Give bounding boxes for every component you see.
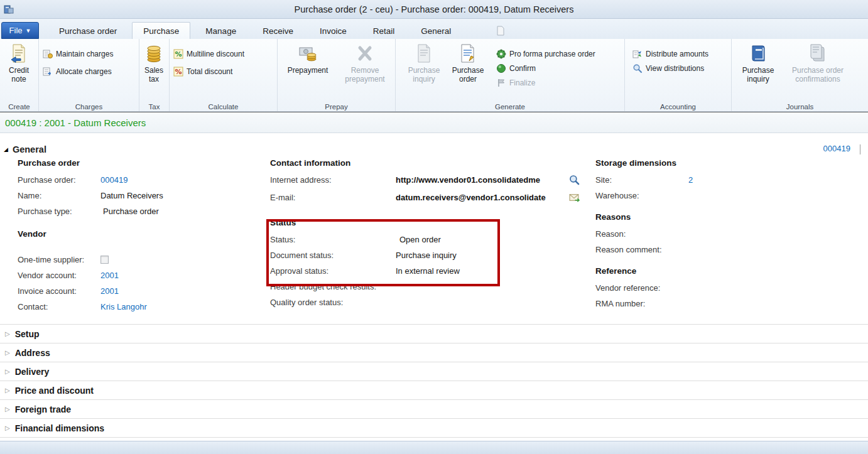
purchase-type-value[interactable]: Purchase order — [100, 207, 159, 216]
group-header-contact-information: Contact information — [270, 158, 587, 172]
open-url-icon[interactable] — [569, 175, 580, 185]
field-label: RMA number: — [595, 299, 688, 308]
collapse-arrow-icon: ◢ — [4, 146, 8, 153]
title-bar: Purchase order (2 - ceu) - Purchase orde… — [0, 0, 868, 19]
field-row: Warehouse: — [595, 188, 859, 203]
tab-retail[interactable]: Retail — [362, 22, 406, 39]
field-row: E-mail: datum.receivers@vendor1.consolid… — [270, 188, 587, 207]
fasttab-setup[interactable]: ▷ Setup — [0, 324, 868, 343]
field-label: Reason comment: — [595, 245, 688, 254]
group-label: Create — [0, 103, 38, 111]
fasttab-general-header[interactable]: ◢ General — [4, 143, 858, 156]
view-distributions-button[interactable]: View distributions — [630, 61, 711, 75]
field-row: Approval status: In external review — [270, 263, 587, 279]
field-label: Invoice account: — [18, 286, 100, 296]
confirm-button[interactable]: Confirm — [494, 61, 598, 75]
expand-arrow-icon: ▷ — [5, 368, 10, 375]
name-value: Datum Receivers — [100, 191, 163, 200]
total-discount-button[interactable]: % Total discount — [171, 64, 247, 78]
field-row: Vendor reference: — [595, 280, 859, 296]
approval-status-value: In external review — [396, 266, 569, 276]
group-header-reasons: Reasons — [595, 212, 859, 226]
quick-access-icon[interactable] — [496, 26, 505, 36]
field-label: Status: — [270, 235, 396, 244]
pane-splitter[interactable] — [860, 144, 860, 154]
field-label: One-time supplier: — [18, 255, 100, 264]
contact-link[interactable]: Kris Langohr — [100, 302, 147, 311]
tab-purchase[interactable]: Purchase — [132, 22, 190, 39]
field-row: Invoice account: 2001 — [18, 283, 256, 299]
group-label: Accounting — [625, 103, 731, 111]
sales-tax-icon — [144, 43, 164, 63]
credit-note-button[interactable]: Credit note — [1, 41, 36, 100]
ribbon-group-generate: Purchase inquiry Purchase order — [396, 39, 625, 111]
button-label: Sales tax — [141, 67, 167, 84]
purchase-inquiry-journal-button[interactable]: Purchase inquiry — [738, 41, 778, 100]
status-value: Open order — [396, 235, 569, 244]
invoice-account-link[interactable]: 2001 — [100, 286, 119, 296]
field-row: Purchase type: Purchase order — [18, 203, 256, 219]
fasttab-title: Price and discount — [15, 386, 94, 396]
button-label: Purchase order — [448, 67, 487, 84]
email-value[interactable]: datum.receivers@vendor1.consolidate — [396, 193, 569, 202]
pro-forma-purchase-order-button[interactable]: Pro forma purchase order — [494, 46, 598, 61]
sales-tax-button[interactable]: Sales tax — [141, 41, 167, 100]
total-discount-icon: % — [173, 67, 183, 77]
tab-general[interactable]: General — [410, 22, 462, 39]
fasttab-price-and-discount[interactable]: ▷ Price and discount — [0, 381, 868, 399]
field-label: Document status: — [270, 251, 396, 260]
purchase-order-link[interactable]: 000419 — [100, 175, 127, 185]
record-header-band: 000419 : 2001 - Datum Receivers — [0, 112, 868, 133]
internet-address-value[interactable]: http://www.vendor01.consolidatedme — [396, 175, 569, 185]
file-menu-button[interactable]: File ▼ — [1, 22, 39, 39]
button-label: View distributions — [646, 64, 704, 73]
one-time-supplier-checkbox[interactable] — [100, 256, 109, 264]
finalize-button: Finalize — [494, 75, 598, 90]
allocate-charges-button[interactable]: Allocate charges — [40, 64, 116, 78]
field-row: Status: Open order — [270, 232, 587, 247]
button-label: Allocate charges — [56, 67, 112, 76]
group-label: Prepay — [278, 103, 395, 111]
fasttab-financial-dimensions[interactable]: ▷ Financial dimensions — [0, 418, 868, 437]
tab-purchase-order[interactable]: Purchase order — [48, 22, 128, 39]
finalize-icon — [496, 78, 506, 88]
tab-manage[interactable]: Manage — [194, 22, 247, 39]
purchase-inquiry-journal-icon — [748, 43, 768, 63]
prepayment-button[interactable]: Prepayment — [284, 41, 332, 100]
send-email-icon[interactable] — [569, 192, 580, 203]
distribute-amounts-button[interactable]: Distribute amounts — [630, 46, 711, 61]
expand-arrow-icon: ▷ — [5, 387, 10, 394]
ribbon-group-calculate: % Multiline discount % Total discount Ca… — [170, 39, 278, 111]
site-link[interactable]: 2 — [688, 175, 693, 185]
field-row: Name: Datum Receivers — [18, 188, 256, 203]
maintain-charges-button[interactable]: Maintain charges — [40, 46, 116, 61]
fasttab-delivery[interactable]: ▷ Delivery — [0, 362, 868, 381]
field-label: Name: — [18, 191, 100, 200]
ribbon-group-prepay: Prepayment Remove prepayment Prepay — [278, 39, 396, 111]
general-column-3: Storage dimensions Site: 2 Warehouse: Re… — [595, 158, 859, 311]
field-label: Purchase type: — [18, 207, 100, 216]
button-label: Remove prepayment — [338, 67, 392, 84]
field-label: Site: — [595, 175, 688, 185]
fasttab-address[interactable]: ▷ Address — [0, 343, 868, 362]
button-label: Prepayment — [288, 67, 328, 75]
tab-receive[interactable]: Receive — [251, 22, 305, 39]
group-label: Charges — [39, 103, 139, 111]
purchase-order-confirmations-button: Purchase order confirmations — [783, 41, 852, 100]
tab-invoice[interactable]: Invoice — [308, 22, 358, 39]
maintain-charges-icon — [43, 49, 53, 59]
fasttab-foreign-trade[interactable]: ▷ Foreign trade — [0, 399, 868, 418]
field-row: Quality order status: — [270, 295, 587, 310]
vendor-account-link[interactable]: 2001 — [100, 271, 119, 280]
fasttab-title: General — [13, 144, 46, 154]
multiline-discount-button[interactable]: % Multiline discount — [171, 46, 247, 61]
button-label: Purchase inquiry — [738, 67, 778, 84]
purchase-order-generate-button[interactable]: Purchase order — [448, 41, 487, 100]
field-row: One-time supplier: — [18, 252, 256, 268]
fasttab-title: Foreign trade — [15, 404, 71, 414]
confirm-icon — [496, 63, 506, 73]
ribbon-group-accounting: Distribute amounts View distributions Ac… — [625, 39, 732, 111]
button-label: Purchase inquiry — [403, 67, 445, 84]
group-label: Generate — [396, 103, 624, 111]
record-number: 000419 — [823, 144, 850, 153]
